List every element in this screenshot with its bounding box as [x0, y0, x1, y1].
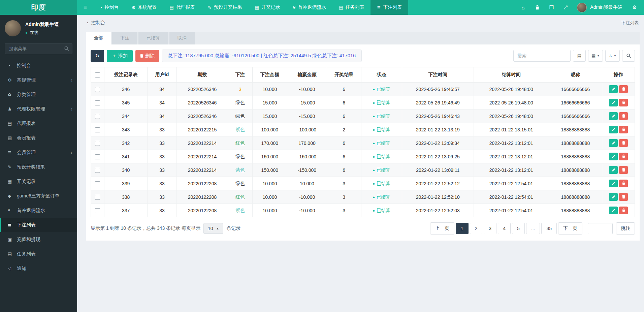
edit-row-button[interactable]	[609, 126, 618, 133]
nav-item-task-list[interactable]: ▤任务列表	[332, 0, 371, 15]
toggle-view-button[interactable]: ▤	[573, 50, 586, 62]
nav-item-preset-results[interactable]: ✎预设开奖结果	[201, 0, 249, 15]
col-winloss: 输赢金额	[287, 67, 327, 83]
edit-row-button[interactable]	[609, 112, 618, 120]
fullscreen-button[interactable]: ⤢	[559, 0, 572, 15]
settings-button[interactable]: ⚙	[628, 0, 641, 15]
sidebar-item-game6-orders[interactable]: ◆game6三方充值订单	[0, 189, 77, 203]
delete-row-button[interactable]	[619, 193, 628, 201]
home-button[interactable]: ⌂	[516, 0, 530, 15]
cell-winloss: -10.000	[287, 190, 327, 204]
delete-row-button[interactable]	[619, 153, 628, 160]
edit-row-button[interactable]	[609, 99, 618, 106]
clear-cache-button[interactable]	[530, 0, 544, 15]
user-avatar[interactable]	[577, 3, 587, 12]
nav-item-draw-records[interactable]: ▦开奖记录	[249, 0, 287, 15]
table-row: 3403320220122214紫色150.000-150.0006●已结算20…	[91, 163, 635, 177]
page-button-2[interactable]: 2	[470, 223, 483, 234]
row-checkbox[interactable]	[95, 100, 100, 105]
nav-item-first-deposit-rebate[interactable]: ¥首冲返佣流水	[287, 0, 332, 15]
sidebar-item-dashboard[interactable]: ◔控制台	[0, 58, 77, 73]
row-checkbox[interactable]	[95, 181, 100, 186]
delete-button[interactable]: 删除	[135, 50, 159, 62]
edit-row-button[interactable]	[609, 193, 618, 201]
nav-item-dashboard[interactable]: ◔控制台	[93, 0, 125, 15]
sidebar-item-draw-records[interactable]: ▦开奖记录	[0, 174, 77, 189]
sidebar-item-preset-results[interactable]: ✎预设开奖结果	[0, 160, 77, 174]
row-checkbox[interactable]	[95, 127, 100, 132]
add-button[interactable]: ＋添加	[107, 50, 133, 62]
cell-period: 20220122208	[177, 204, 228, 217]
delete-row-button[interactable]	[619, 85, 628, 93]
edit-row-button[interactable]	[609, 139, 618, 147]
tab-cancelled[interactable]: 取消	[169, 32, 195, 44]
row-checkbox[interactable]	[95, 195, 100, 200]
delete-row-button[interactable]	[619, 207, 628, 214]
page-button-4[interactable]: 4	[498, 223, 511, 234]
jump-button[interactable]: 跳转	[616, 222, 635, 235]
sidebar-item-bet-list[interactable]: ≣下注列表	[0, 218, 77, 232]
page-button-3[interactable]: 3	[484, 223, 496, 234]
tab-all[interactable]: 全部	[86, 32, 111, 44]
tab-betting[interactable]: 下注	[112, 32, 137, 44]
edit-row-button[interactable]	[609, 180, 618, 187]
page-button-35[interactable]: 35	[541, 223, 557, 234]
page-button-5[interactable]: 5	[512, 223, 525, 234]
edit-row-button[interactable]	[609, 207, 618, 214]
jump-page-input[interactable]	[588, 223, 613, 234]
delete-row-button[interactable]	[619, 112, 628, 120]
sidebar-item-general-mgmt[interactable]: ⚙常规管理‹	[0, 73, 77, 87]
col-actions: 操作	[602, 67, 635, 83]
edit-row-button[interactable]	[609, 153, 618, 160]
cell-bet: 红色	[235, 140, 245, 146]
delete-row-button[interactable]	[619, 180, 628, 187]
export-button[interactable]: ⇩▼	[605, 50, 620, 62]
sidebar-toggle-button[interactable]: ≡	[77, 0, 93, 15]
sidebar-item-agent-permission[interactable]: ♟代理权限管理‹	[0, 102, 77, 116]
breadcrumb-title[interactable]: 控制台	[91, 20, 105, 26]
nav-item-agent-report[interactable]: ▤代理报表	[163, 0, 201, 15]
sidebar-item-task-list[interactable]: ▤任务列表	[0, 247, 77, 261]
select-all-checkbox[interactable]	[95, 72, 100, 77]
nav-item-bet-list[interactable]: ≣下注列表	[371, 0, 408, 15]
cell-bet-amount: 15.000	[252, 96, 287, 110]
sidebar-item-first-deposit-rebate[interactable]: ¥首冲返佣流水	[0, 203, 77, 218]
per-page-select[interactable]: 10▲	[203, 223, 224, 234]
menu-search-input[interactable]	[5, 43, 72, 54]
edit-row-button[interactable]	[609, 166, 618, 174]
sidebar-item-category-mgmt[interactable]: ✿分类管理	[0, 87, 77, 102]
sidebar-item-member-report[interactable]: ▤会员报表	[0, 131, 77, 145]
nav-item-system-config[interactable]: ⚙系统配置	[125, 0, 163, 15]
table-search-input[interactable]	[513, 50, 571, 62]
col-settle-time: 结算时间	[474, 67, 549, 83]
next-page-button[interactable]: 下一页	[558, 222, 582, 235]
row-checkbox[interactable]	[95, 208, 100, 213]
row-checkbox[interactable]	[95, 141, 100, 146]
page-buttons: 上一页 1 2 3 4 5 ... 35 下一页 跳转	[429, 222, 635, 235]
sidebar-item-deposit-withdraw[interactable]: ▣充值和提现	[0, 232, 77, 247]
user-menu[interactable]: Admin我最牛逼	[590, 4, 622, 10]
cell-actions	[602, 190, 635, 204]
row-checkbox[interactable]	[95, 114, 100, 119]
row-checkbox[interactable]	[95, 168, 100, 173]
copy-page-button[interactable]: ❐	[545, 0, 558, 15]
row-checkbox[interactable]	[95, 154, 100, 159]
sidebar-item-agent-report[interactable]: ▤代理报表	[0, 116, 77, 131]
trash-icon	[622, 127, 625, 131]
delete-row-button[interactable]	[619, 126, 628, 133]
delete-row-button[interactable]	[619, 99, 628, 106]
tab-settled[interactable]: 已结算	[138, 32, 168, 44]
cell-nickname: 18888888888	[549, 204, 602, 217]
edit-row-button[interactable]	[609, 85, 618, 93]
sidebar-item-notification[interactable]: ◁通知	[0, 261, 77, 276]
search-toggle-button[interactable]	[622, 50, 635, 62]
prev-page-button[interactable]: 上一页	[430, 222, 454, 235]
row-checkbox[interactable]	[95, 87, 100, 92]
cell-record-id: 338	[104, 190, 148, 204]
refresh-button[interactable]: ↻	[91, 50, 104, 62]
delete-row-button[interactable]	[619, 166, 628, 174]
delete-row-button[interactable]	[619, 139, 628, 147]
sidebar-item-member-mgmt[interactable]: ≣会员管理‹	[0, 145, 77, 160]
page-button-1[interactable]: 1	[456, 223, 469, 234]
columns-button[interactable]: ▦▼	[588, 50, 603, 62]
